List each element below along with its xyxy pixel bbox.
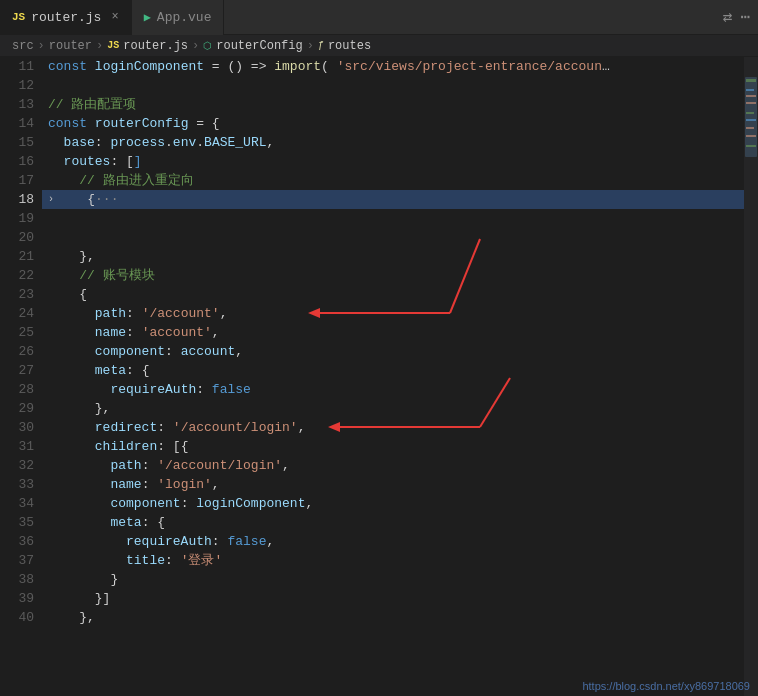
js-icon: JS (12, 11, 25, 23)
code-line-30: redirect: '/account/login', (42, 418, 744, 437)
code-line-15: base: process.env.BASE_URL, (42, 133, 744, 152)
minimap[interactable] (744, 57, 758, 696)
ln-23: 23 (0, 285, 34, 304)
ln-30: 30 (0, 418, 34, 437)
breadcrumb-router: router (49, 39, 92, 53)
ln-20: 20 (0, 228, 34, 247)
ln-26: 26 (0, 342, 34, 361)
ln-12: 12 (0, 76, 34, 95)
code-line-22: // 账号模块 (42, 266, 744, 285)
breadcrumb-sep4: › (307, 39, 314, 53)
ln-36: 36 (0, 532, 34, 551)
ln-14: 14 (0, 114, 34, 133)
ln-13: 13 (0, 95, 34, 114)
tab-close-router[interactable]: × (111, 10, 118, 24)
ln-28: 28 (0, 380, 34, 399)
code-line-24: path: '/account', (42, 304, 744, 323)
breadcrumb-routerconfig-icon: ⬡ (203, 40, 212, 52)
ln-21: 21 (0, 247, 34, 266)
tab-label-app: App.vue (157, 10, 212, 25)
breadcrumb-routerjs: router.js (123, 39, 188, 53)
code-line-20 (42, 228, 744, 247)
vue-icon: ▶ (144, 10, 151, 25)
code-line-19 (42, 209, 744, 228)
breadcrumb-routes: routes (328, 39, 371, 53)
ln-34: 34 (0, 494, 34, 513)
ln-17: 17 (0, 171, 34, 190)
code-line-13: // 路由配置项 (42, 95, 744, 114)
code-line-26: component: account, (42, 342, 744, 361)
code-line-23: { (42, 285, 744, 304)
ln-18: 18 (0, 190, 34, 209)
tab-router-js[interactable]: JS router.js × (0, 0, 132, 35)
breadcrumb-sep2: › (96, 39, 103, 53)
ln-22: 22 (0, 266, 34, 285)
code-lines: const loginComponent = () => import( 'sr… (42, 57, 744, 696)
code-line-25: name: 'account', (42, 323, 744, 342)
more-icon[interactable]: ⋯ (740, 7, 750, 27)
breadcrumb-src: src (12, 39, 34, 53)
code-line-28: requireAuth: false (42, 380, 744, 399)
code-area: 11 12 13 14 15 16 17 18 19 20 21 22 23 2… (0, 57, 758, 696)
breadcrumb-routes-icon: ƒ (318, 40, 324, 51)
ln-15: 15 (0, 133, 34, 152)
ln-27: 27 (0, 361, 34, 380)
code-line-11: const loginComponent = () => import( 'sr… (42, 57, 744, 76)
code-line-32: path: '/account/login', (42, 456, 744, 475)
tab-app-vue[interactable]: ▶ App.vue (132, 0, 225, 35)
ln-32: 32 (0, 456, 34, 475)
code-line-34: component: loginComponent, (42, 494, 744, 513)
code-line-40: }, (42, 608, 744, 627)
code-line-35: meta: { (42, 513, 744, 532)
code-line-39: }] (42, 589, 744, 608)
ln-16: 16 (0, 152, 34, 171)
watermark: https://blog.csdn.net/xy869718069 (582, 680, 750, 692)
tab-bar: JS router.js × ▶ App.vue ⇄ ⋯ (0, 0, 758, 35)
ln-31: 31 (0, 437, 34, 456)
ln-29: 29 (0, 399, 34, 418)
line-numbers: 11 12 13 14 15 16 17 18 19 20 21 22 23 2… (0, 57, 42, 696)
ln-25: 25 (0, 323, 34, 342)
code-line-36: requireAuth: false, (42, 532, 744, 551)
breadcrumb-sep3: › (192, 39, 199, 53)
code-line-17: // 路由进入重定向 (42, 171, 744, 190)
code-line-21: }, (42, 247, 744, 266)
ln-38: 38 (0, 570, 34, 589)
ln-40: 40 (0, 608, 34, 627)
ln-39: 39 (0, 589, 34, 608)
code-line-18: › {··· (42, 190, 744, 209)
ln-19: 19 (0, 209, 34, 228)
code-line-33: name: 'login', (42, 475, 744, 494)
code-line-38: } (42, 570, 744, 589)
ln-37: 37 (0, 551, 34, 570)
breadcrumb-js-icon: JS (107, 40, 119, 51)
ln-11: 11 (0, 57, 34, 76)
code-line-29: }, (42, 399, 744, 418)
tab-label-router: router.js (31, 10, 101, 25)
breadcrumb-sep1: › (38, 39, 45, 53)
breadcrumb: src › router › JS router.js › ⬡ routerCo… (0, 35, 758, 57)
code-line-37: title: '登录' (42, 551, 744, 570)
ln-33: 33 (0, 475, 34, 494)
ln-24: 24 (0, 304, 34, 323)
code-line-14: const routerConfig = { (42, 114, 744, 133)
toolbar-right: ⇄ ⋯ (723, 7, 758, 27)
ln-35: 35 (0, 513, 34, 532)
code-line-27: meta: { (42, 361, 744, 380)
breadcrumb-routerconfig: routerConfig (216, 39, 302, 53)
code-line-12 (42, 76, 744, 95)
code-line-16: routes: [] (42, 152, 744, 171)
code-line-31: children: [{ (42, 437, 744, 456)
split-editor-icon[interactable]: ⇄ (723, 7, 733, 27)
